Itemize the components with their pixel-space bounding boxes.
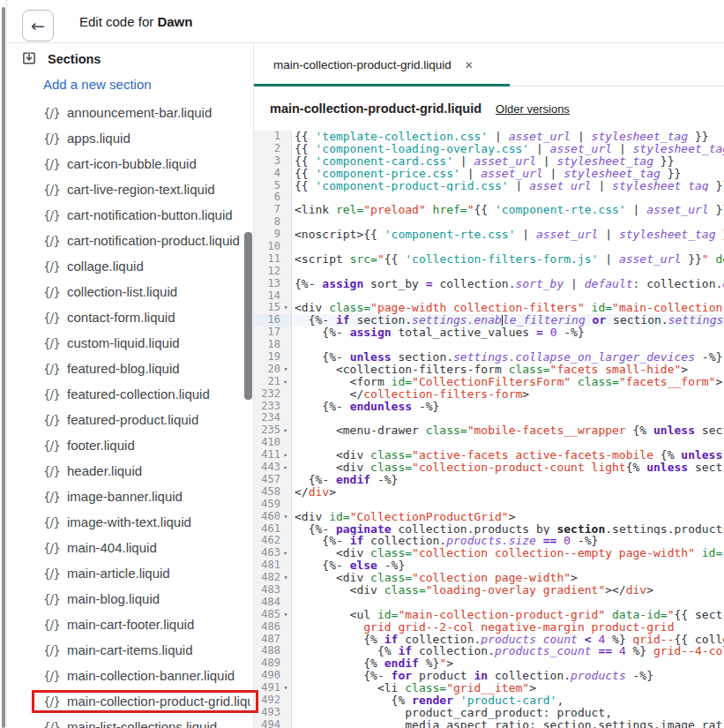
code-line[interactable]: 235▸ <menu-drawer class="mobile-facets__… [254, 424, 724, 437]
file-item[interactable]: {/}main-cart-items.liquid [7, 637, 250, 663]
code-line[interactable]: 461 {%- paginate collection.products by … [254, 523, 724, 536]
code-line[interactable]: 233 {%- endunless -%} [254, 401, 724, 413]
older-versions-link[interactable]: Older versions [496, 102, 570, 116]
fold-toggle-icon[interactable]: ▾ [280, 682, 292, 694]
code-line[interactable]: 17 {%- assign total_active_values = 0 -%… [254, 326, 724, 339]
code-line[interactable]: 458</div> [254, 486, 724, 499]
code-line[interactable]: 443▸ <div class="collection-product-coun… [254, 462, 724, 474]
code-line[interactable]: 484 [254, 597, 724, 609]
file-item[interactable]: {/}main-404.liquid [7, 535, 250, 560]
file-item[interactable]: {/}featured-collection.liquid [7, 381, 250, 407]
code-line[interactable]: 485▾ <ul id="main-collection-product-gri… [254, 609, 724, 621]
code-line[interactable]: 20▾ <collection-filters-form class="face… [254, 364, 724, 376]
fold-toggle-icon[interactable]: ▸ [280, 449, 292, 462]
back-button[interactable]: ← [22, 10, 54, 41]
file-item[interactable]: {/}announcement-bar.liquid [7, 100, 250, 125]
fold-toggle-icon[interactable]: ▾ [280, 609, 292, 621]
code-line[interactable]: 493 product_card_product: product, [254, 707, 724, 719]
code-line[interactable]: 4{{ 'component-price.css' | asset_url | … [254, 168, 724, 180]
code-line[interactable]: 15▾<div class="page-width collection-fil… [254, 302, 724, 314]
file-item-label: collection-list.liquid [67, 284, 177, 299]
code-line[interactable]: 494 media_aspect_ratio: section.settings… [254, 719, 724, 728]
fold-toggle-icon[interactable]: ▸ [280, 547, 292, 559]
code-line[interactable]: 2{{ 'component-loading-overlay.css' | as… [254, 143, 724, 155]
file-item[interactable]: {/}main-cart-footer.liquid [7, 612, 250, 637]
file-item[interactable]: {/}cart-icon-bubble.liquid [7, 151, 250, 176]
code-line[interactable]: 463▸ <div class="collection collection--… [254, 547, 724, 559]
file-item[interactable]: {/}header.liquid [7, 458, 250, 484]
code-line[interactable]: 10 [254, 241, 724, 253]
fold-toggle-icon[interactable]: ▸ [280, 462, 292, 474]
code-line[interactable]: 8 [254, 216, 724, 229]
file-item[interactable]: {/}main-blog.liquid [7, 586, 250, 612]
code-lines[interactable]: 1{{ 'template-collection.css' | asset_ur… [254, 131, 724, 728]
file-item[interactable]: {/}featured-blog.liquid [7, 356, 250, 381]
code-line[interactable]: 18 [254, 339, 724, 351]
code-line[interactable]: 14 [254, 290, 724, 303]
code-line[interactable]: 12 [254, 266, 724, 278]
code-line[interactable]: 3{{ 'component-card.css' | asset_url | s… [254, 155, 724, 168]
code-line-text: <script src="{{ 'collection-filters-form… [292, 253, 724, 266]
file-item-label: announcement-bar.liquid [67, 105, 212, 120]
fold-toggle-icon[interactable]: ▾ [280, 302, 292, 314]
code-line[interactable]: 13{%- assign sort_by = collection.sort_b… [254, 278, 724, 290]
file-item[interactable]: {/}cart-live-region-text.liquid [7, 176, 250, 202]
add-section-link[interactable]: Add a new section [43, 77, 152, 92]
code-line-text: product_card_product: product, [292, 707, 724, 719]
fold-toggle-icon[interactable]: ▸ [280, 424, 292, 437]
fold-toggle-icon[interactable]: ▾ [280, 572, 292, 584]
file-item[interactable]: {/}custom-liquid.liquid [7, 330, 250, 356]
code-line[interactable]: 460▾<div id="CollectionProductGrid"> [254, 511, 724, 523]
page-scrollbar-thumb[interactable] [2, 7, 5, 728]
code-line[interactable]: 492 {% render 'product-card', [254, 694, 724, 707]
code-line-text: {%- if section.settings.enable_filtering… [292, 314, 724, 326]
file-item[interactable]: {/}main-article.liquid [7, 560, 250, 586]
tab-main-collection-product-grid[interactable]: main-collection-product-grid.liquid ✕ [254, 43, 474, 86]
file-item[interactable]: {/}cart-notification-button.liquid [7, 202, 250, 228]
fold-toggle-icon[interactable]: ▾ [280, 364, 292, 376]
sidebar-scrollbar-thumb[interactable] [244, 232, 252, 400]
code-line[interactable]: 483 <div class="loading-overlay gradient… [254, 584, 724, 597]
code-line[interactable]: 488 {% if collection.products_count == 4… [254, 645, 724, 657]
code-line[interactable]: 482▾ <div class="collection page-width"> [254, 572, 724, 584]
file-item[interactable]: {/}apps.liquid [7, 125, 250, 151]
file-item[interactable]: {/}image-with-text.liquid [7, 509, 250, 535]
code-line[interactable]: 232 </collection-filters-form> [254, 388, 724, 401]
file-item[interactable]: {/}collection-list.liquid [7, 279, 250, 304]
code-line[interactable]: 490 {%- for product in collection.produc… [254, 670, 724, 682]
code-line[interactable]: 21▸ <form id="CollectionFiltersForm" cla… [254, 376, 724, 388]
file-item-label: image-banner.liquid [67, 489, 183, 504]
code-line[interactable]: 489 {% endif %}"> [254, 657, 724, 670]
code-line[interactable]: 7<link rel="preload" href="{{ 'component… [254, 204, 724, 216]
code-line[interactable]: 459 [254, 499, 724, 511]
file-item[interactable]: {/}footer.liquid [7, 432, 250, 458]
code-line[interactable]: 462 {%- if collection.products.size == 0… [254, 535, 724, 547]
fold-toggle-icon[interactable]: ▸ [280, 376, 292, 388]
code-line[interactable]: 410 [254, 437, 724, 449]
tab-close-icon[interactable]: ✕ [465, 59, 474, 71]
code-line[interactable]: 6 [254, 191, 724, 204]
code-line[interactable]: 487 {% if collection.products_count < 4 … [254, 634, 724, 646]
code-line[interactable]: 491▾ <li class="grid__item"> [254, 682, 724, 694]
code-line[interactable]: 411▸ <div class="active-facets active-fa… [254, 449, 724, 462]
code-line[interactable]: 486 grid grid--2-col negative-margin pro… [254, 621, 724, 634]
code-line[interactable]: 11<script src="{{ 'collection-filters-fo… [254, 253, 724, 266]
file-item[interactable]: {/}main-list-collections.liquid [7, 714, 250, 728]
fold-toggle-icon[interactable]: ▾ [280, 511, 292, 523]
code-line[interactable]: 1{{ 'template-collection.css' | asset_ur… [254, 131, 724, 143]
file-item[interactable]: {/}featured-product.liquid [7, 407, 250, 432]
file-item[interactable]: {/}main-collection-banner.liquid [7, 663, 250, 688]
code-line[interactable]: 16 {%- if section.settings.enable_filter… [254, 314, 724, 326]
file-item[interactable]: {/}contact-form.liquid [7, 304, 250, 330]
code-line[interactable]: 481 {%- else -%} [254, 559, 724, 572]
file-item[interactable]: {/}cart-notification-product.liquid [7, 228, 250, 253]
code-line[interactable]: 234 [254, 412, 724, 424]
code-line[interactable]: 5{{ 'component-product-grid.css' | asset… [254, 180, 724, 192]
code-line[interactable]: 457 {%- endif -%} [254, 474, 724, 486]
code-line[interactable]: 9<noscript>{{ 'component-rte.css' | asse… [254, 229, 724, 241]
code-line[interactable]: 19 {%- unless section.settings.collapse_… [254, 351, 724, 364]
line-number: 481 [254, 559, 280, 572]
file-item[interactable]: {/}collage.liquid [7, 253, 250, 279]
tab-label: main-collection-product-grid.liquid [273, 58, 452, 71]
file-item[interactable]: {/}image-banner.liquid [7, 484, 250, 509]
